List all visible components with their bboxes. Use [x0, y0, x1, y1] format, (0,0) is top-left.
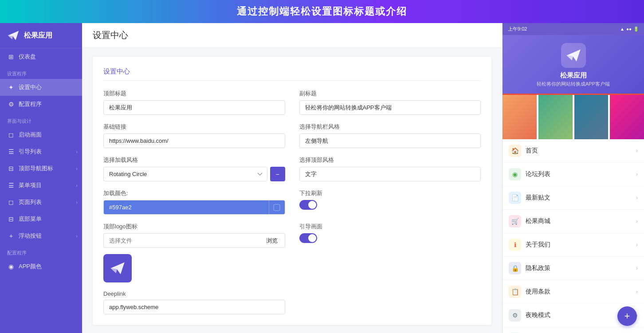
phone-menu-item-terms[interactable]: 📋 使用条款 ›: [503, 280, 644, 304]
sidebar-item-label-bottommenu: 底部菜单: [19, 215, 42, 223]
phone-image-card-4: [610, 95, 644, 139]
top-title-label: 顶部标题: [103, 90, 285, 98]
floatbtn-icon: +: [7, 232, 15, 240]
sidebar-item-menu[interactable]: ☰ 菜单项目 ›: [0, 177, 82, 194]
phone-panel: 上午9:02 ▲ ●● 🔋 松果应用 轻松将你的网站转换成APP客户端: [502, 23, 644, 333]
sidebar-item-label-dashboard: 仪表盘: [19, 53, 36, 61]
subtitle-group: 副标题: [299, 90, 481, 115]
pull-refresh-group: 下拉刷新: [299, 189, 481, 215]
color-swatch[interactable]: [269, 200, 285, 214]
phone-menu-item-privacy[interactable]: 🔒 隐私政策 ›: [503, 257, 644, 280]
svg-marker-3: [110, 262, 125, 274]
file-input-wrapper: 浏览: [103, 233, 285, 248]
color-input-wrapper: [103, 200, 285, 215]
phone-menu-icon-about: ℹ: [509, 239, 521, 251]
menu-arrow: ›: [76, 183, 78, 188]
sidebar-item-guide[interactable]: ☰ 引导列表 ›: [0, 143, 82, 160]
phone-app-name: 松果应用: [560, 71, 587, 80]
svg-rect-2: [274, 204, 280, 211]
statusbar-right: ▲ ●● 🔋: [620, 27, 639, 31]
sidebar-item-bottommenu[interactable]: ⊟ 底部菜单: [0, 211, 82, 227]
color-input[interactable]: [104, 200, 269, 214]
phone-app-header: 松果应用 轻松将你的网站转换成APP客户端: [503, 35, 644, 95]
phone-menu-item-shop[interactable]: 🛒 松果商城 ›: [503, 210, 644, 233]
base-url-input[interactable]: [103, 133, 285, 148]
phone-menu: 🏠 首页 › ◉ 论坛列表 › 📄 最新贴文 › 🛒 松果商城 › ℹ: [503, 139, 644, 333]
phone-menu-icon-forum: ◉: [509, 168, 521, 180]
phone-image-card-1: [503, 95, 537, 139]
phone-menu-label-privacy: 隐私政策: [526, 264, 636, 272]
file-input[interactable]: [103, 233, 259, 248]
sidebar-item-topnav[interactable]: ⊟ 顶部导航图标 ›: [0, 160, 82, 177]
sidebar-section-config: 配置程序: [0, 244, 82, 258]
subtitle-input[interactable]: [299, 100, 481, 115]
sidebar-item-configure[interactable]: ⚙ 配置程序: [0, 96, 82, 113]
sidebar: 松果应用 ⊞ 仪表盘 设置程序 ✦ 设置中心 ⚙ 配置程序 界面与设计 ◻ 启动…: [0, 23, 82, 333]
settings-center-icon: ✦: [7, 83, 15, 91]
statusbar-signal-icon: ●●: [626, 27, 632, 31]
sidebar-item-label-settings-center: 设置中心: [19, 83, 42, 91]
phone-menu-label-terms: 使用条款: [526, 288, 636, 296]
nav-style-group: 选择导航栏风格: [299, 123, 481, 148]
statusbar-time: 上午9:02: [508, 26, 527, 32]
phone-menu-item-forum[interactable]: ◉ 论坛列表 ›: [503, 163, 644, 186]
load-color-group: 加载颜色:: [103, 189, 285, 215]
pagelist-icon: ◻: [7, 198, 15, 206]
settings-card: 设置中心 顶部标题 副标题 基础链接: [93, 57, 491, 325]
browse-button[interactable]: 浏览: [259, 233, 285, 248]
sidebar-section-settings: 设置程序: [0, 65, 82, 79]
guide-screen-group: 引导画面: [299, 223, 481, 282]
phone-menu-icon-shop: 🛒: [509, 215, 521, 227]
topnav-arrow: ›: [76, 166, 78, 171]
sidebar-item-appcolor[interactable]: ◉ APP颜色: [0, 258, 82, 275]
load-style-select[interactable]: Rotating Circle: [103, 167, 267, 181]
logo-preview: [103, 254, 132, 282]
svg-marker-0: [8, 31, 19, 40]
phone-menu-item-about[interactable]: ℹ 关于我们 ›: [503, 233, 644, 257]
content-area: 设置中心 设置中心 顶部标题 副标题: [82, 23, 502, 333]
pull-refresh-toggle[interactable]: [299, 200, 317, 210]
configure-icon: ⚙: [7, 100, 15, 108]
phone-menu-icon-home: 🏠: [509, 145, 521, 157]
topnav-icon: ⊟: [7, 165, 15, 172]
page-title: 设置中心: [93, 29, 491, 41]
sidebar-item-label-menu: 菜单项目: [19, 181, 42, 189]
phone-image-card-2: [538, 95, 573, 139]
bottommenu-icon: ⊟: [7, 215, 15, 223]
top-title-input[interactable]: [103, 100, 285, 115]
sidebar-item-label-floatbtn: 浮动按钮: [19, 232, 42, 240]
phone-menu-arrow-about: ›: [636, 242, 638, 248]
nav-style-input[interactable]: [299, 133, 481, 148]
sidebar-logo: 松果应用: [0, 23, 82, 48]
sidebar-item-pagelist[interactable]: ◻ 页面列表 ›: [0, 194, 82, 211]
load-style-select-wrapper: Rotating Circle −: [103, 167, 285, 181]
sidebar-item-splash[interactable]: ◻ 启动画面: [0, 126, 82, 143]
phone-menu-item-language[interactable]: A 语言设置 ›: [503, 327, 644, 333]
phone-menu-item-latest[interactable]: 📄 最新贴文 ›: [503, 186, 644, 210]
phone-app-logo-icon: [565, 47, 581, 63]
svg-marker-5: [566, 50, 581, 62]
phone-menu-item-home[interactable]: 🏠 首页 ›: [503, 139, 644, 163]
load-color-label: 加载颜色:: [103, 189, 285, 197]
sidebar-item-floatbtn[interactable]: + 浮动按钮 ›: [0, 227, 82, 244]
top-logo-group: 顶部logo图标 浏览: [103, 223, 285, 282]
main-layout: 松果应用 ⊞ 仪表盘 设置程序 ✦ 设置中心 ⚙ 配置程序 界面与设计 ◻ 启动…: [0, 23, 644, 333]
form-grid: 顶部标题 副标题 基础链接 选择导航栏风格: [103, 90, 481, 314]
phone-fab[interactable]: +: [617, 306, 637, 326]
phone-menu-label-about: 关于我们: [526, 241, 636, 249]
guide-arrow: ›: [76, 149, 78, 154]
toggle-pull-refresh-wrapper: [299, 200, 481, 210]
deeplink-input[interactable]: [103, 300, 285, 314]
top-style-input[interactable]: [299, 167, 481, 181]
sidebar-item-label-guide: 引导列表: [19, 148, 42, 156]
phone-menu-label-shop: 松果商城: [526, 217, 636, 225]
guide-screen-toggle[interactable]: [299, 233, 317, 243]
top-banner: 通过控制端轻松设置图标标题或介绍: [0, 0, 644, 23]
sidebar-item-dashboard[interactable]: ⊞ 仪表盘: [0, 48, 82, 65]
sidebar-item-settings-center[interactable]: ✦ 设置中心: [0, 79, 82, 96]
load-style-confirm-button[interactable]: −: [270, 167, 285, 181]
menu-icon: ☰: [7, 181, 15, 189]
phone-app-desc: 轻松将你的网站转换成APP客户端: [537, 81, 610, 87]
logo-preview-icon: [110, 260, 126, 276]
guide-screen-label: 引导画面: [299, 223, 481, 231]
